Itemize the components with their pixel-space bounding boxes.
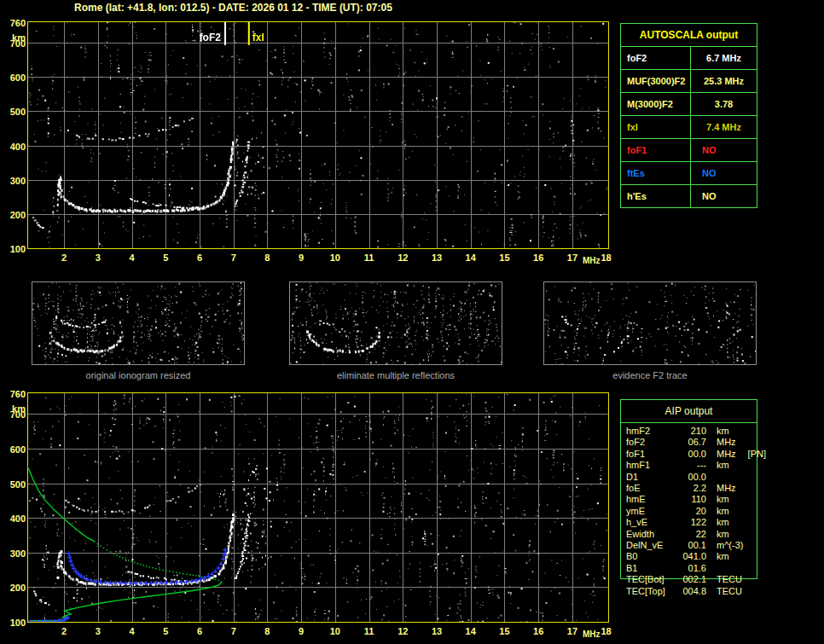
aip-row: D100.0	[626, 472, 771, 483]
aip-row-value: 01.6	[674, 563, 706, 574]
aip-row-unit: MHz	[706, 449, 736, 460]
aip-row-unit: km	[706, 529, 729, 540]
aip-row-unit: km	[706, 506, 729, 517]
aip-row-value: 004.8	[674, 586, 706, 597]
thumbnail-eliminate-canvas	[289, 281, 502, 365]
aip-row-label: foF1	[626, 449, 674, 460]
autoscala-row: M(3000)F23.78	[621, 93, 757, 116]
x-axis-tick: 5	[153, 626, 178, 636]
aip-row-unit: MHz	[706, 483, 736, 494]
x-axis-tick: 8	[254, 252, 280, 263]
aip-row-unit	[706, 563, 717, 574]
autoscala-row: foF26.7 MHz	[621, 47, 757, 70]
page-title: Rome (lat: +41.8, lon: 012.5) - DATE: 20…	[74, 2, 392, 14]
y-axis-tick: 600	[0, 444, 26, 455]
aip-row-label: TEC[Top]	[626, 586, 674, 597]
x-axis-tick: 17	[560, 626, 585, 636]
x-axis-tick: 3	[85, 626, 111, 636]
aip-row-value: 22	[674, 529, 706, 540]
aip-row: foF100.0MHz[PN]	[626, 449, 771, 460]
autoscala-row-label: ftEs	[621, 162, 691, 184]
aip-row-label: hmF2	[626, 426, 674, 437]
aip-row-unit: km	[706, 426, 729, 437]
autoscala-row-value: 25.3 MHz	[691, 70, 757, 92]
y-axis-tick: 100	[0, 244, 26, 254]
autoscala-row-value: 7.4 MHz	[691, 116, 757, 138]
x-axis-tick: 6	[187, 626, 212, 636]
aip-row-value: 041.0	[674, 551, 706, 562]
aip-row-unit: m^(-3)	[706, 540, 743, 551]
y-axis-tick: 100	[0, 618, 26, 628]
y-axis-tick: 760	[0, 18, 26, 28]
x-axis-tick: 2	[51, 252, 77, 263]
x-axis-tick: 9	[288, 252, 314, 263]
autoscala-row-value: 6.7 MHz	[691, 47, 757, 69]
x-axis-tick: 11	[357, 626, 382, 636]
x-axis-tick: 9	[288, 626, 314, 636]
aip-row: hmE110km	[626, 494, 771, 505]
aip-row-label: foE	[626, 483, 674, 494]
aip-row: ymE20km	[626, 506, 771, 517]
x-axis-tick: 14	[458, 626, 484, 636]
y-axis-unit: km	[0, 32, 26, 43]
aip-row: h_vE122km	[626, 517, 771, 528]
autoscala-table: AUTOSCALA output foF26.7 MHzMUF(3000)F22…	[620, 23, 757, 208]
aip-row-unit: MHz	[706, 437, 736, 448]
x-axis-unit: MHz	[583, 256, 601, 266]
aip-row-label: h_vE	[626, 517, 674, 528]
x-axis-tick: 16	[525, 252, 551, 263]
aip-row-value: 110	[674, 494, 706, 505]
bottom-ionogram-canvas	[27, 392, 609, 623]
aip-row-value: 002.1	[674, 574, 706, 585]
y-axis-tick: 300	[0, 548, 26, 559]
x-axis-tick: 14	[458, 252, 484, 263]
fxi-marker-label: fxI	[252, 32, 264, 44]
x-axis-tick: 12	[390, 626, 415, 636]
aip-row-value: 210	[674, 426, 706, 437]
aip-row: TEC[Bot]002.1TECU	[626, 574, 771, 585]
aip-row-label: B1	[626, 563, 674, 574]
aip-row: B101.6	[626, 563, 771, 574]
aip-row: DelN_vE00.1m^(-3)	[626, 540, 771, 551]
y-axis-tick: 500	[0, 479, 26, 490]
x-axis-tick: 12	[390, 252, 415, 263]
autoscala-row-label: MUF(3000)F2	[621, 70, 691, 92]
aip-row-label: D1	[626, 472, 674, 483]
x-axis-tick: 16	[525, 626, 551, 636]
y-axis-tick: 400	[0, 513, 26, 524]
aip-row-label: TEC[Bot]	[626, 574, 674, 585]
aip-row-note: [PN]	[736, 449, 766, 460]
aip-row-value: 20	[674, 506, 706, 517]
aip-row-value: 00.1	[674, 540, 706, 551]
y-axis-tick: 300	[0, 176, 26, 186]
autoscala-row-value: NO	[691, 139, 757, 161]
aip-row-value: 00.0	[674, 472, 706, 483]
y-axis-tick: 200	[0, 210, 26, 220]
aip-row-unit: TECU	[706, 586, 742, 597]
x-axis-tick: 10	[322, 626, 348, 636]
autoscala-row-label: h'Es	[621, 185, 691, 207]
x-axis-tick: 3	[85, 252, 111, 263]
x-axis-tick: 4	[119, 626, 145, 636]
x-axis-tick: 15	[491, 252, 517, 263]
thumbnail-caption-original: original ionogram resized	[32, 370, 245, 380]
autoscala-row: h'EsNO	[621, 185, 757, 207]
aip-row-unit: TECU	[706, 574, 742, 585]
thumbnail-caption-eliminate: eliminate multiple reflections	[289, 370, 502, 380]
autoscala-row-value: NO	[691, 162, 757, 184]
autoscala-row-value: NO	[691, 185, 757, 207]
aip-table: AIP output hmF2210kmfoF206.7MHzfoF100.0M…	[620, 399, 757, 579]
x-axis-tick: 15	[491, 626, 517, 636]
y-axis-tick: 760	[0, 389, 26, 399]
aip-row-label: Ewidth	[626, 529, 674, 540]
x-axis-tick: 8	[254, 626, 280, 636]
thumbnail-original-canvas	[32, 281, 245, 365]
autoscala-row: MUF(3000)F225.3 MHz	[621, 70, 757, 93]
x-axis-tick: 5	[153, 252, 178, 263]
autoscala-row-label: M(3000)F2	[621, 93, 691, 115]
aip-row: Ewidth22km	[626, 529, 771, 540]
fof2-marker-label: foF2	[190, 32, 221, 44]
aip-row-unit	[706, 472, 717, 483]
aip-table-header: AIP output	[621, 400, 757, 423]
y-axis-tick: 400	[0, 142, 26, 152]
